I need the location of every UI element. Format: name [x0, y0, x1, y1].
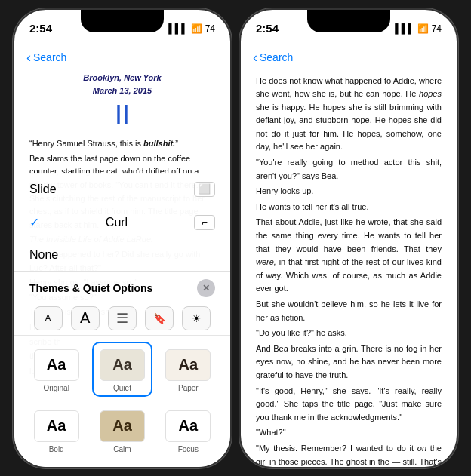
theme-bold-preview: Aa: [34, 410, 79, 442]
book-date: March 13, 2015: [29, 84, 215, 97]
curl-icon: ⌐: [202, 217, 208, 228]
theme-original-preview: Aa: [34, 349, 79, 381]
signal-icon: ▌▌▌: [168, 23, 188, 34]
book-content-right: He does not know what happened to Addie,…: [241, 72, 457, 467]
rp-9: "It's good, Henry," she says. "It's real…: [256, 385, 442, 425]
font-increase-button[interactable]: A: [71, 306, 100, 330]
book-header: Brooklyn, New York March 13, 2015 II: [29, 72, 215, 131]
theme-paper[interactable]: Aa Paper: [159, 342, 218, 397]
bookmark-button[interactable]: 🔖: [145, 306, 174, 330]
slide-label: Slide: [29, 183, 57, 196]
theme-calm-label: Calm: [113, 445, 131, 453]
chapter-num: II: [29, 100, 215, 131]
phone-left: 2:54 ▌▌▌ 📶 74 ‹ Search Brooklyn, New Yor…: [13, 8, 232, 468]
book-location: Brooklyn, New York: [29, 72, 215, 84]
rp-10: "What?": [256, 426, 442, 440]
themes-header: Themes & Quiet Options ✕: [14, 272, 230, 302]
theme-paper-preview: Aa: [165, 349, 211, 381]
time-left: 2:54: [29, 22, 52, 35]
back-arrow-right: ‹: [253, 51, 257, 64]
font-decrease-button[interactable]: A: [34, 306, 63, 330]
theme-bold[interactable]: Aa Bold: [26, 403, 86, 458]
slide-icon-box: ⬜: [194, 182, 215, 197]
curl-label: Curl: [106, 216, 128, 229]
slide-option-curl[interactable]: ✓ Curl ⌐: [14, 206, 230, 239]
status-icons-right: ▌▌▌ 📶 74: [395, 23, 442, 34]
slide-option-none[interactable]: None: [14, 239, 230, 271]
themes-title: Themes & Quiet Options: [29, 282, 152, 294]
theme-paper-label: Paper: [178, 384, 199, 392]
brightness-button[interactable]: ☀: [182, 306, 211, 330]
slide-right: ⬜: [194, 182, 215, 197]
status-icons-left: ▌▌▌ 📶 74: [168, 23, 215, 34]
notch-right: [307, 10, 390, 32]
rp-6: But she wouldn't believe him, so he lets…: [256, 298, 442, 324]
para-1: “Henry Samuel Strauss, this is bullshit.…: [29, 137, 215, 151]
back-label-right: Search: [260, 51, 293, 63]
rp-2: "You're really going to method actor thi…: [256, 156, 442, 183]
theme-bold-label: Bold: [49, 445, 64, 453]
back-arrow-left: ‹: [26, 51, 31, 64]
font-icon: ☰: [116, 310, 128, 327]
back-label-left: Search: [33, 51, 66, 63]
theme-focus[interactable]: Aa Focus: [159, 403, 218, 458]
nav-bar-right: ‹ Search: [241, 43, 457, 72]
none-label: None: [29, 248, 58, 262]
theme-quiet-label: Quiet: [113, 384, 131, 392]
theme-calm[interactable]: Aa Calm: [92, 403, 152, 458]
rp-3: Henry looks up.: [256, 185, 442, 198]
bookmark-icon: 🔖: [153, 312, 166, 324]
theme-original[interactable]: Aa Original: [26, 342, 86, 397]
theme-calm-preview: Aa: [100, 410, 145, 442]
slide-options: Slide ⬜ ✓ Curl ⌐: [14, 173, 230, 272]
theme-quiet-preview: Aa: [100, 349, 145, 381]
phone-right: 2:54 ▌▌▌ 📶 74 ‹ Search He does not know …: [239, 8, 458, 468]
close-button[interactable]: ✕: [197, 279, 215, 297]
phones-container: 2:54 ▌▌▌ 📶 74 ‹ Search Brooklyn, New Yor…: [13, 8, 458, 468]
back-button-right[interactable]: ‹ Search: [253, 51, 293, 64]
wifi-icon: 📶: [191, 23, 202, 34]
theme-original-label: Original: [43, 384, 69, 392]
curl-icon-box: ⌐: [194, 215, 215, 230]
rp-7: "Do you like it?" he asks.: [256, 327, 442, 340]
brightness-icon: ☀: [192, 312, 202, 324]
small-a-label: A: [45, 313, 51, 324]
overlay-panel: Slide ⬜ ✓ Curl ⌐: [14, 173, 230, 467]
font-style-button[interactable]: ☰: [108, 306, 137, 330]
theme-quiet[interactable]: Aa Quiet: [92, 342, 152, 397]
rp-11: "My thesis. Remember? I wanted to do it …: [256, 442, 442, 467]
notch-left: [81, 10, 164, 32]
signal-icon-right: ▌▌▌: [395, 23, 414, 34]
battery-right: 74: [432, 23, 442, 34]
large-a-label: A: [80, 309, 90, 327]
nav-bar-left: ‹ Search: [14, 43, 230, 72]
themes-grid: Aa Original Aa Quiet Aa Paper Aa Bold Aa: [14, 336, 230, 467]
back-button-left[interactable]: ‹ Search: [26, 51, 66, 64]
slide-option-slide[interactable]: Slide ⬜: [14, 173, 230, 206]
rp-8: And Bea breaks into a grin. There is no …: [256, 342, 442, 382]
slide-icon: ⬜: [199, 183, 211, 195]
theme-focus-label: Focus: [178, 445, 199, 453]
time-right: 2:54: [256, 22, 279, 35]
battery-left: 74: [205, 23, 215, 34]
theme-focus-preview: Aa: [165, 410, 211, 442]
check-icon: ✓: [29, 215, 39, 229]
font-controls: A A ☰ 🔖 ☀: [14, 302, 230, 336]
rp-1: He does not know what happened to Addie,…: [256, 75, 442, 155]
rp-5: That about Addie, just like he wrote, th…: [256, 216, 442, 296]
wifi-icon-right: 📶: [417, 23, 429, 34]
curl-right: ⌐: [194, 215, 215, 230]
rp-4: He wants to tell her it's all true.: [256, 201, 442, 214]
